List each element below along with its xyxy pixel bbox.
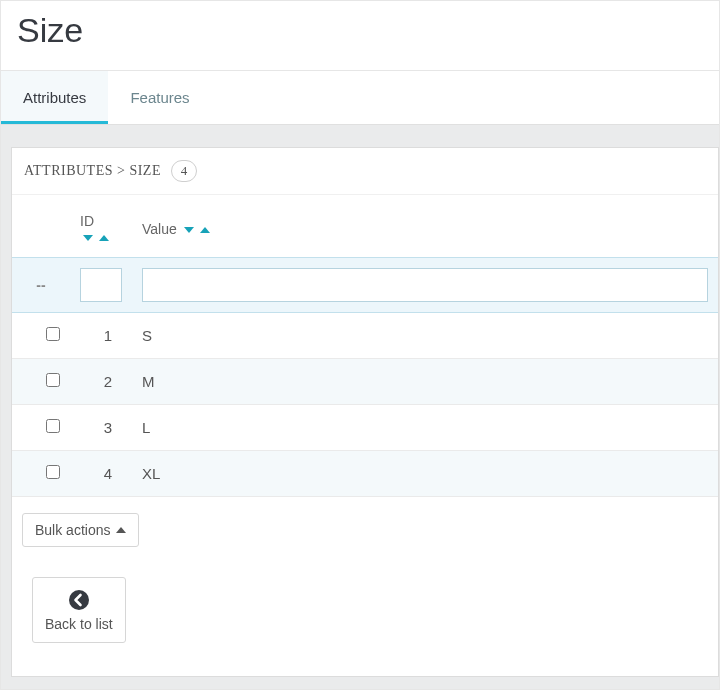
sort-value-asc-icon[interactable] bbox=[200, 227, 210, 233]
sort-id-asc-icon[interactable] bbox=[99, 235, 109, 241]
svg-point-0 bbox=[69, 590, 89, 610]
breadcrumb-sep: > bbox=[117, 163, 125, 178]
breadcrumb-current: SIZE bbox=[129, 163, 161, 178]
count-pill: 4 bbox=[171, 160, 197, 182]
filter-value-input[interactable] bbox=[142, 268, 708, 302]
tabs: Attributes Features bbox=[1, 71, 719, 124]
back-to-list-button[interactable]: Back to list bbox=[32, 577, 126, 643]
arrow-left-circle-icon bbox=[67, 588, 91, 612]
attributes-table: ID Value bbox=[12, 195, 718, 497]
row-value: S bbox=[132, 313, 718, 359]
row-id: 1 bbox=[70, 313, 132, 359]
sort-value-desc-icon[interactable] bbox=[184, 227, 194, 233]
bulk-actions-label: Bulk actions bbox=[35, 522, 110, 538]
row-value: M bbox=[132, 359, 718, 405]
filter-chk-placeholder: -- bbox=[22, 277, 60, 293]
bulk-actions-button[interactable]: Bulk actions bbox=[22, 513, 139, 547]
table-row[interactable]: 2 M bbox=[12, 359, 718, 405]
page-title: Size bbox=[17, 11, 703, 50]
col-header-value[interactable]: Value bbox=[132, 195, 718, 258]
sort-id-desc-icon[interactable] bbox=[83, 235, 93, 241]
caret-up-icon bbox=[116, 527, 126, 533]
row-id: 4 bbox=[70, 451, 132, 497]
content-area: ATTRIBUTES > SIZE 4 ID bbox=[1, 124, 719, 689]
table-row[interactable]: 4 XL bbox=[12, 451, 718, 497]
col-header-id[interactable]: ID bbox=[70, 195, 132, 258]
tab-features[interactable]: Features bbox=[108, 71, 211, 124]
row-id: 2 bbox=[70, 359, 132, 405]
row-value: XL bbox=[132, 451, 718, 497]
breadcrumb: ATTRIBUTES > SIZE bbox=[24, 163, 161, 179]
row-checkbox[interactable] bbox=[46, 419, 60, 433]
row-value: L bbox=[132, 405, 718, 451]
tab-attributes[interactable]: Attributes bbox=[1, 71, 108, 124]
row-checkbox[interactable] bbox=[46, 373, 60, 387]
back-to-list-label: Back to list bbox=[45, 616, 113, 632]
panel-heading: ATTRIBUTES > SIZE 4 bbox=[12, 148, 718, 195]
col-header-value-label: Value bbox=[142, 221, 177, 237]
title-bar: Size bbox=[1, 1, 719, 71]
row-checkbox[interactable] bbox=[46, 465, 60, 479]
breadcrumb-parent[interactable]: ATTRIBUTES bbox=[24, 163, 113, 178]
table-row[interactable]: 3 L bbox=[12, 405, 718, 451]
row-checkbox[interactable] bbox=[46, 327, 60, 341]
attributes-panel: ATTRIBUTES > SIZE 4 ID bbox=[11, 147, 719, 677]
row-id: 3 bbox=[70, 405, 132, 451]
filter-id-input[interactable] bbox=[80, 268, 122, 302]
table-row[interactable]: 1 S bbox=[12, 313, 718, 359]
col-header-id-label: ID bbox=[80, 213, 94, 229]
